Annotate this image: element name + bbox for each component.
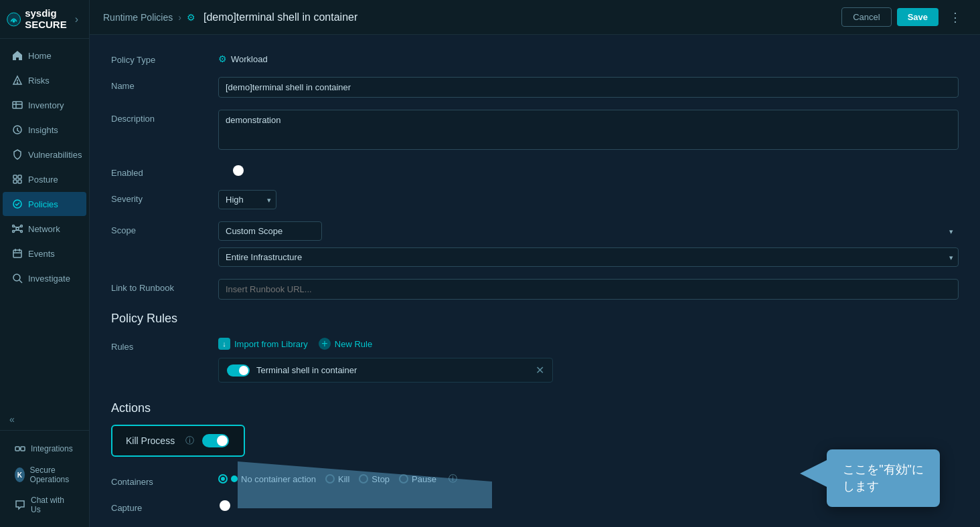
containers-info-icon[interactable]: ⓘ xyxy=(448,473,457,485)
radio-pause[interactable]: Pause xyxy=(399,474,436,484)
avatar: K xyxy=(15,467,25,482)
header-actions: Cancel Save ⋮ xyxy=(841,7,967,27)
runbook-row: Link to Runbook xyxy=(111,279,959,300)
sidebar-label-vulnerabilities: Vulnerabilities xyxy=(28,150,82,160)
sidebar-item-network[interactable]: Network xyxy=(3,217,86,241)
scope-sub-wrapper: Entire Infrastructure Custom xyxy=(218,247,959,267)
description-row: Description demonstration xyxy=(111,110,959,152)
sidebar-item-chat[interactable]: Chat with Us xyxy=(5,490,84,520)
sidebar-item-policies[interactable]: Policies xyxy=(3,192,86,216)
policy-type-row: Policy Type ⚙ Workload xyxy=(111,51,959,65)
description-input[interactable]: demonstration xyxy=(218,110,959,150)
radio-no-action[interactable]: No container action xyxy=(218,474,316,484)
workload-icon: ⚙ xyxy=(218,54,227,64)
sidebar-item-inventory[interactable]: Inventory xyxy=(3,93,86,117)
scope-select-wrapper: Entire Infrastructure Custom Scope xyxy=(218,221,959,241)
severity-field: Low Medium High Critical xyxy=(218,190,959,209)
sidebar-item-events[interactable]: Events xyxy=(3,241,86,266)
insights-icon xyxy=(12,124,23,135)
rule-name: Terminal shell in container xyxy=(256,365,529,375)
rule-toggle-thumb xyxy=(239,366,248,375)
svg-rect-10 xyxy=(13,180,17,183)
radio-dot-pause xyxy=(399,474,408,484)
scope-sub-select[interactable]: Entire Infrastructure Custom xyxy=(218,247,959,267)
radio-stop[interactable]: Stop xyxy=(359,474,390,484)
svg-rect-29 xyxy=(21,447,25,451)
svg-rect-22 xyxy=(13,250,21,257)
policy-type-label: Policy Type xyxy=(111,51,218,65)
sidebar-label-posture: Posture xyxy=(28,175,58,185)
import-from-library-button[interactable]: ↓ Import from Library xyxy=(218,338,308,350)
sidebar-item-integrations[interactable]: Integrations xyxy=(5,438,84,459)
sidebar-label-risks: Risks xyxy=(28,76,50,86)
import-label: Import from Library xyxy=(234,339,308,349)
rules-label: Rules xyxy=(111,338,218,352)
more-options-button[interactable]: ⋮ xyxy=(944,7,967,27)
rules-row: Rules ↓ Import from Library + New Rule xyxy=(111,338,959,388)
sidebar-label-insights: Insights xyxy=(28,125,58,135)
rules-actions: ↓ Import from Library + New Rule xyxy=(218,338,959,350)
sidebar-item-investigate[interactable]: Investigate xyxy=(3,266,86,290)
svg-rect-4 xyxy=(13,102,22,108)
svg-point-31 xyxy=(231,476,238,482)
scope-select[interactable]: Entire Infrastructure Custom Scope xyxy=(218,221,322,241)
logo-area: sysdig SECURE › xyxy=(0,0,89,39)
kill-process-info-icon[interactable]: ⓘ xyxy=(185,435,194,447)
sidebar-collapse-btn[interactable]: › xyxy=(71,9,82,29)
rule-remove-button[interactable]: ✕ xyxy=(536,364,544,377)
severity-select[interactable]: Low Medium High Critical xyxy=(218,190,276,209)
name-label: Name xyxy=(111,77,218,91)
sidebar: sysdig SECURE › Home Risks Inventory Ins… xyxy=(0,0,90,527)
rules-field: ↓ Import from Library + New Rule Termina… xyxy=(218,338,959,388)
page-title: [demo]terminal shell in container xyxy=(203,11,357,23)
radio-label-no-action: No container action xyxy=(241,474,316,484)
svg-rect-8 xyxy=(13,175,17,179)
sidebar-label-inventory: Inventory xyxy=(28,100,64,110)
main-area: Runtime Policies › ⚙ [demo]terminal shel… xyxy=(90,0,980,527)
svg-line-19 xyxy=(17,227,21,227)
risks-icon xyxy=(12,75,23,86)
radio-kill[interactable]: Kill xyxy=(325,474,349,484)
sidebar-item-insights[interactable]: Insights xyxy=(3,118,86,142)
policy-type-text: Workload xyxy=(231,54,268,64)
sidebar-item-vulnerabilities[interactable]: Vulnerabilities xyxy=(3,142,86,167)
svg-line-20 xyxy=(14,230,17,231)
sidebar-item-home[interactable]: Home xyxy=(3,43,86,68)
kill-process-item: Kill Process ⓘ xyxy=(111,425,245,457)
rule-toggle[interactable] xyxy=(227,364,250,377)
cancel-button[interactable]: Cancel xyxy=(841,7,891,27)
sidebar-item-secure-operations[interactable]: K Secure Operations xyxy=(5,460,84,490)
sidebar-item-risks[interactable]: Risks xyxy=(3,68,86,92)
policies-icon xyxy=(12,199,23,209)
logo-text: sysdig xyxy=(25,8,67,19)
breadcrumb-icon: ⚙ xyxy=(187,12,195,23)
policy-rules-title: Policy Rules xyxy=(111,312,959,326)
severity-row: Severity Low Medium High Critical xyxy=(111,190,959,209)
runbook-input[interactable] xyxy=(218,279,959,300)
tooltip-text-line2: します xyxy=(843,480,879,493)
svg-point-13 xyxy=(16,227,19,230)
radio-label-kill: Kill xyxy=(338,474,349,484)
inventory-icon xyxy=(12,100,23,110)
radio-label-stop: Stop xyxy=(372,474,390,484)
breadcrumb-parent[interactable]: Runtime Policies xyxy=(103,12,173,23)
new-rule-button[interactable]: + New Rule xyxy=(319,338,372,350)
sidebar-item-posture[interactable]: Posture xyxy=(3,167,86,191)
save-button[interactable]: Save xyxy=(897,8,938,26)
breadcrumb: Runtime Policies › ⚙ [demo]terminal shel… xyxy=(103,11,357,23)
sidebar-label-home: Home xyxy=(28,51,52,61)
runbook-label: Link to Runbook xyxy=(111,279,218,293)
sidebar-label-chat: Chat with Us xyxy=(31,496,74,514)
kill-process-toggle[interactable] xyxy=(202,434,229,447)
collapse-arrows[interactable]: « xyxy=(0,409,89,430)
page-header: Runtime Policies › ⚙ [demo]terminal shel… xyxy=(90,0,980,35)
name-field xyxy=(218,77,959,98)
new-rule-label: New Rule xyxy=(335,339,372,349)
enabled-label: Enabled xyxy=(111,164,218,178)
scope-row: Scope Entire Infrastructure Custom Scope… xyxy=(111,221,959,267)
chat-icon xyxy=(15,500,25,510)
radio-dot-no-action xyxy=(218,474,228,484)
capture-label: Capture xyxy=(111,499,218,513)
name-input[interactable] xyxy=(218,77,959,98)
kill-process-container: Kill Process ⓘ xyxy=(111,425,245,466)
